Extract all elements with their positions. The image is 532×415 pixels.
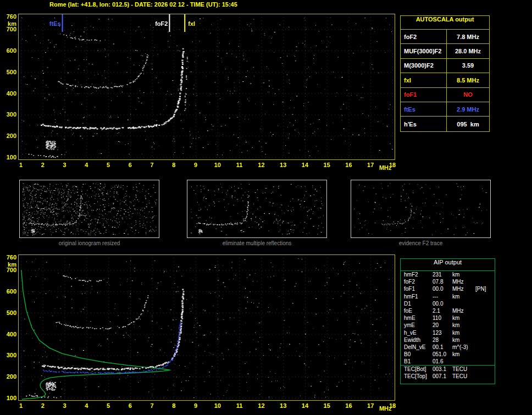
x-tick-label: 12 (254, 402, 268, 409)
mini-panel-f2trace-canvas (351, 180, 490, 237)
aip-param: h_vE (404, 330, 433, 336)
aip-param: D1 (404, 301, 433, 307)
x-tick-label: 2 (36, 162, 49, 168)
autoscala-value: 3.59 (447, 59, 489, 73)
aip-row: foF100.0MHz[PN] (401, 285, 495, 292)
aip-row: hmF1---km (401, 293, 495, 300)
aip-param: foF2 (404, 279, 433, 285)
x-tick-label: 3 (58, 402, 71, 409)
aip-value: 231 (433, 272, 452, 278)
autoscala-row: M(3000)F23.59 (401, 59, 489, 73)
x-tick-label: 17 (364, 402, 377, 409)
aip-value: 110 (433, 315, 452, 321)
x-axis-unit: MHz (376, 405, 394, 412)
y-tick-label: 300 (1, 111, 16, 118)
x-tick-label: 5 (102, 402, 115, 409)
x-tick-label: 8 (167, 402, 180, 409)
aip-unit: km (452, 330, 475, 336)
aip-value: 07.8 (433, 279, 452, 285)
x-tick-label: 7 (146, 402, 159, 409)
x-tick-label: 17 (364, 162, 377, 168)
aip-value: 00.1 (433, 344, 452, 350)
aip-unit: km (452, 315, 475, 321)
aip-unit: m^(-3) (452, 344, 475, 350)
autoscala-value: 2.9 MHz (447, 102, 489, 116)
aip-param: B0 (404, 351, 433, 357)
aip-table-rows: hmF2231kmfoF207.8MHzfoF100.0MHz[PN]hmF1-… (401, 271, 495, 380)
aip-param: Ewidth (404, 337, 433, 343)
autoscala-param: fxI (401, 73, 447, 87)
y-tick-label: 600 (1, 288, 16, 295)
aip-unit: km (452, 294, 475, 300)
aip-row: DelN_vE00.1m^(-3) (401, 344, 495, 351)
aip-extra: [PN] (475, 286, 495, 292)
autoscala-row: MUF(3000)F228.0 MHz (401, 44, 489, 58)
x-tick-label: 12 (254, 162, 268, 168)
autoscala-value: NO (447, 88, 489, 102)
aip-row: hmE110km (401, 314, 495, 322)
aip-unit: TECU (452, 373, 475, 379)
y-tick-label: 700 (1, 267, 16, 273)
y-axis-labels-top: 760700600500400300200100km (1, 14, 16, 160)
y-tick-label: 500 (1, 309, 16, 316)
x-tick-label: 9 (189, 162, 202, 168)
autoscala-row: foF27.8 MHz (401, 30, 489, 44)
aip-value: 20 (433, 322, 452, 328)
aip-param: foF1 (404, 286, 433, 292)
profile-ionogram-canvas (19, 255, 395, 400)
aip-row: TEC[Bot]003.1TECU (401, 365, 495, 372)
y-tick-label: km (1, 20, 16, 27)
aip-row: B101.6 (401, 358, 495, 365)
aip-param: foE (404, 308, 433, 314)
aip-row: foF207.8MHz (401, 278, 495, 285)
aip-unit: km (452, 322, 475, 328)
autoscala-row: h'Es095 km (401, 117, 489, 131)
x-axis-labels-top: 123456789101112131415161718MHz (18, 161, 403, 171)
y-axis-labels-bottom: 760700600500400300200100km (1, 254, 16, 401)
aip-row: TEC[Top]007.1TECU (401, 373, 495, 380)
aip-unit: TECU (452, 366, 475, 372)
y-tick-label: 300 (1, 352, 16, 358)
autoscala-param: ftEs (401, 102, 447, 116)
y-tick-label: 200 (1, 373, 16, 380)
x-tick-label: 6 (124, 162, 137, 168)
aip-row: hmF2231km (401, 271, 495, 278)
aip-value: 01.6 (433, 358, 452, 364)
autoscala-param: h'Es (401, 117, 447, 131)
autoscala-param: foF2 (401, 30, 447, 43)
y-tick-label: 400 (1, 331, 16, 337)
aip-row: ymE20km (401, 322, 495, 329)
x-tick-label: 4 (80, 162, 93, 168)
x-tick-label: 5 (102, 162, 115, 168)
aip-value: 2.1 (433, 308, 452, 314)
autoscala-value: 7.8 MHz (447, 30, 489, 43)
autoscala-param: MUF(3000)F2 (401, 44, 447, 58)
x-tick-label: 11 (233, 402, 246, 409)
panel-caption-cleaned: eliminate multiple reflections (187, 240, 327, 246)
autoscala-table-header: AUTOSCALA output (401, 16, 489, 30)
autoscala-value: 28.0 MHz (447, 44, 489, 58)
autoscala-value: 8.5 MHz (447, 73, 489, 87)
main-ionogram-canvas (19, 14, 395, 159)
y-tick-label: 400 (1, 90, 16, 97)
mini-panel-f2trace (351, 180, 491, 238)
autoscala-value: 095 km (447, 117, 489, 131)
mini-panel-cleaned (187, 180, 327, 238)
aip-param: ymE (404, 322, 433, 328)
x-tick-label: 15 (320, 162, 334, 168)
y-tick-label: 600 (1, 47, 16, 54)
x-tick-label: 10 (211, 402, 224, 409)
aip-value: 007.1 (433, 373, 452, 379)
x-tick-label: 13 (276, 402, 290, 409)
y-tick-label: 760 (1, 254, 16, 261)
x-tick-label: 13 (276, 162, 290, 168)
mini-panel-original-canvas (20, 180, 159, 237)
x-tick-label: 8 (167, 162, 180, 168)
x-tick-label: 14 (298, 162, 312, 168)
y-tick-label: 200 (1, 132, 16, 139)
x-tick-label: 6 (124, 402, 137, 409)
aip-param: hmE (404, 315, 433, 321)
y-tick-label: 700 (1, 26, 16, 32)
aip-param: hmF1 (404, 294, 433, 300)
panel-caption-original: original ionogram resized (19, 240, 159, 246)
